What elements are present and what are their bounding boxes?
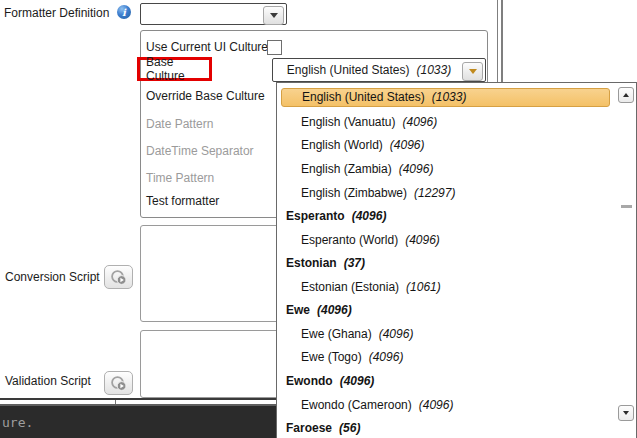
list-item[interactable]: Ewe (Ghana) (4096) — [278, 322, 616, 346]
item-name: English (Vanuatu) — [301, 115, 396, 129]
scroll-down-icon — [623, 411, 629, 415]
list-item[interactable]: Ewe (Togo) (4096) — [278, 346, 616, 370]
list-item[interactable]: Ewondo (Cameroon) (4096) — [278, 393, 616, 417]
item-name: Ewe (Ghana) — [301, 327, 372, 341]
base-culture-label: Base Culture — [146, 55, 209, 83]
item-name: English (Zimbabwe) — [301, 186, 407, 200]
override-base-culture-label: Override Base Culture — [146, 89, 265, 103]
formatter-definition-combobox[interactable] — [140, 3, 287, 25]
list-item[interactable]: English (Zambia) (4096) — [278, 157, 616, 181]
culture-dropdown-list: English (United States) (1033) English (… — [276, 82, 637, 438]
use-current-ui-culture-checkbox[interactable] — [267, 40, 282, 55]
item-code: (12297) — [414, 186, 455, 200]
list-item-group[interactable]: Estonian (37) — [278, 251, 616, 275]
list-item[interactable]: English (World) (4096) — [278, 134, 616, 158]
container-edge-line — [501, 0, 503, 82]
script-editor[interactable]: ure. — [0, 406, 277, 438]
list-item[interactable]: English (Vanuatu) (4096) — [278, 110, 616, 134]
list-item-group[interactable]: Esperanto (4096) — [278, 204, 616, 228]
datetime-separator-label: DateTime Separator — [146, 144, 254, 158]
container-edge-line — [497, 0, 498, 82]
base-culture-value-code: (1033) — [417, 63, 452, 77]
base-culture-combobox[interactable]: English (United States) (1033) — [272, 58, 486, 82]
run-script-icon — [110, 375, 128, 392]
time-pattern-label: Time Pattern — [146, 171, 214, 185]
info-icon[interactable]: i — [117, 5, 131, 19]
item-name: Esperanto (World) — [301, 233, 398, 247]
item-name: Esperanto — [286, 209, 345, 223]
run-conversion-script-button[interactable] — [104, 265, 133, 289]
item-code: (1033) — [432, 90, 467, 104]
run-script-icon — [110, 269, 128, 286]
scrollbar-thumb[interactable] — [621, 205, 632, 208]
formatter-definition-label: Formatter Definition — [4, 6, 109, 20]
item-code: (56) — [339, 421, 360, 435]
item-name: Ewe (Togo) — [301, 350, 362, 364]
list-item-group[interactable]: Ewondo (4096) — [278, 369, 616, 393]
item-code: (37) — [344, 256, 365, 270]
item-name: Estonian (Estonia) — [301, 280, 399, 294]
use-current-ui-culture-label: Use Current UI Culture — [146, 40, 268, 54]
list-item[interactable]: English (Zimbabwe) (12297) — [278, 181, 616, 205]
chevron-down-icon[interactable] — [263, 6, 284, 25]
item-code: (4096) — [352, 209, 387, 223]
test-formatter-label: Test formatter — [146, 194, 219, 208]
date-pattern-label: Date Pattern — [146, 117, 213, 131]
item-name: Ewe — [286, 303, 310, 317]
list-item-group[interactable]: Faroese (56) — [278, 416, 616, 438]
item-name: Estonian — [286, 256, 337, 270]
item-code: (4096) — [317, 303, 352, 317]
run-validation-script-button[interactable] — [104, 371, 133, 395]
item-name: English (Zambia) — [301, 162, 392, 176]
script-editor-text: ure. — [2, 415, 33, 430]
list-item[interactable]: English (United States) (1033) — [281, 88, 610, 108]
item-code: (4096) — [399, 162, 434, 176]
list-item[interactable]: Esperanto (World) (4096) — [278, 228, 616, 252]
item-code: (4096) — [419, 398, 454, 412]
item-name: Faroese — [286, 421, 332, 435]
item-code: (4096) — [340, 374, 375, 388]
culture-dropdown-rows: English (United States) (1033) English (… — [278, 87, 616, 438]
item-code: (4096) — [390, 138, 425, 152]
list-item-group[interactable]: Ewe (4096) — [278, 299, 616, 323]
list-item[interactable]: Estonian (Estonia) (1061) — [278, 275, 616, 299]
base-culture-highlight: Base Culture — [137, 57, 212, 81]
item-name: Ewondo (Cameroon) — [301, 398, 412, 412]
base-culture-combobox-value: English (United States) (1033) — [273, 59, 485, 81]
item-name: English (United States) — [302, 90, 425, 104]
validation-script-label: Validation Script — [5, 374, 91, 388]
item-code: (4096) — [379, 327, 414, 341]
splitter-line — [0, 398, 277, 400]
item-code: (4096) — [369, 350, 404, 364]
scrollbar-down-button[interactable] — [618, 405, 634, 421]
item-name: English (World) — [301, 138, 383, 152]
item-code: (1061) — [406, 280, 441, 294]
item-name: Ewondo — [286, 374, 333, 388]
scroll-up-icon — [623, 93, 629, 97]
chevron-down-icon[interactable] — [462, 62, 483, 81]
conversion-script-label: Conversion Script — [5, 270, 100, 284]
item-code: (4096) — [405, 233, 440, 247]
base-culture-value-name: English (United States) — [287, 63, 410, 77]
item-code: (4096) — [403, 115, 438, 129]
scrollbar-up-button[interactable] — [618, 87, 634, 103]
